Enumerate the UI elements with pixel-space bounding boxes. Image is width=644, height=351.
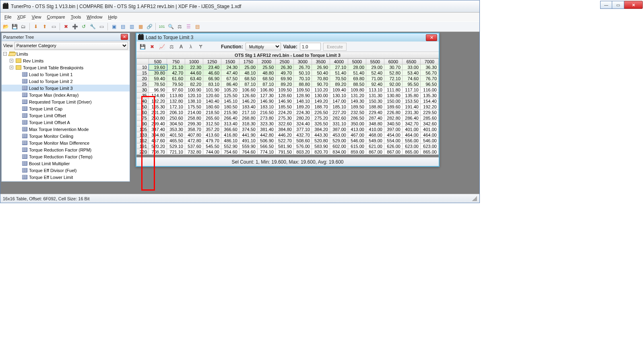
table-icon[interactable]: ▦ <box>137 23 144 30</box>
cell[interactable]: 132.80 <box>167 98 185 104</box>
cell[interactable]: 26.90 <box>312 64 330 70</box>
cell[interactable]: 89.20 <box>330 81 348 87</box>
cell[interactable]: 446.20 <box>276 132 294 138</box>
row-header[interactable]: 20 <box>137 76 149 81</box>
cell[interactable]: 66.90 <box>203 76 221 81</box>
tree-node[interactable]: −Limits <box>2 50 130 57</box>
cell[interactable]: 791.50 <box>276 149 294 155</box>
cell[interactable]: 69.80 <box>348 76 366 81</box>
cell[interactable]: 39.80 <box>149 70 167 76</box>
cell[interactable]: 304.50 <box>167 121 185 127</box>
cell[interactable]: 154.40 <box>421 98 439 104</box>
cell[interactable]: 109.80 <box>348 87 366 93</box>
cell[interactable]: 148.10 <box>294 98 312 104</box>
cell[interactable]: 576.00 <box>294 143 312 149</box>
tile-horiz-icon[interactable]: ▤ <box>119 23 126 30</box>
gamma-icon[interactable]: Ɏ <box>197 43 204 50</box>
cell[interactable]: 326.50 <box>312 121 330 127</box>
cell[interactable]: 23.40 <box>203 64 221 70</box>
menu-tools[interactable]: Tools <box>68 14 84 20</box>
cell[interactable]: 250.60 <box>167 115 185 121</box>
cell[interactable]: 286.50 <box>348 115 366 121</box>
cell[interactable]: 106.80 <box>258 87 276 93</box>
cell[interactable]: 218.50 <box>203 110 221 115</box>
menu-help[interactable]: Help <box>106 14 120 20</box>
cell[interactable]: 416.80 <box>221 132 239 138</box>
cell[interactable]: 72.10 <box>384 76 402 81</box>
cell[interactable]: 387.00 <box>330 127 348 132</box>
row-header[interactable]: 35 <box>137 93 149 98</box>
cell[interactable]: 348.80 <box>366 121 384 127</box>
cell[interactable]: 834.00 <box>330 149 348 155</box>
menu-xdf[interactable]: XDF <box>15 14 29 20</box>
cell[interactable]: 117.10 <box>402 87 421 93</box>
cell[interactable]: 26.70 <box>294 64 312 70</box>
cell[interactable]: 820.70 <box>312 149 330 155</box>
row-header[interactable]: 105 <box>137 127 149 132</box>
cell[interactable]: 88.50 <box>348 81 366 87</box>
cell[interactable]: 282.80 <box>384 115 402 121</box>
cell[interactable]: 529.00 <box>330 138 348 143</box>
cell[interactable]: 183.10 <box>258 104 276 110</box>
cell[interactable]: 464.00 <box>421 132 439 138</box>
cell[interactable]: 82.20 <box>185 81 203 87</box>
cell[interactable]: 546.00 <box>348 138 366 143</box>
cell[interactable]: 109.40 <box>330 87 348 93</box>
cell[interactable]: 744.00 <box>203 149 221 155</box>
col-header[interactable]: 2000 <box>258 59 276 64</box>
cell[interactable]: 623.00 <box>402 143 421 149</box>
cell[interactable]: 50.40 <box>312 70 330 76</box>
calc-icon[interactable]: ▤ <box>194 23 201 30</box>
cell[interactable]: 556.00 <box>402 138 421 143</box>
cell[interactable]: 366.60 <box>221 127 239 132</box>
cell[interactable]: 79.50 <box>167 81 185 87</box>
cell[interactable]: 149.20 <box>312 98 330 104</box>
cell[interactable]: 381.40 <box>258 127 276 132</box>
cell[interactable]: 50.10 <box>294 70 312 76</box>
col-header[interactable]: 750 <box>167 59 185 64</box>
cell[interactable]: 353.30 <box>167 127 185 132</box>
cell[interactable]: 78.50 <box>149 81 167 87</box>
cell[interactable]: 407.80 <box>185 132 203 138</box>
row-header[interactable]: 10 <box>137 64 149 70</box>
col-header[interactable]: 7000 <box>421 59 439 64</box>
row-header[interactable]: 75 <box>137 115 149 121</box>
cell[interactable]: 106.60 <box>239 87 258 93</box>
cell[interactable]: 441.90 <box>239 132 258 138</box>
cell[interactable]: 322.60 <box>276 121 294 127</box>
cell[interactable]: 92.00 <box>384 81 402 87</box>
tree-node[interactable]: Torque Eff Divisor (Fuel) <box>2 167 130 174</box>
save-icon[interactable]: 💾 <box>11 23 18 30</box>
cell[interactable]: 96.50 <box>421 81 439 87</box>
cell[interactable]: 549.00 <box>366 138 384 143</box>
row-header[interactable]: 25 <box>137 81 149 87</box>
cell[interactable]: 227.20 <box>330 110 348 115</box>
cell[interactable]: 90.70 <box>312 81 330 87</box>
cell[interactable]: 21.10 <box>167 64 185 70</box>
cell[interactable]: 105.20 <box>221 87 239 93</box>
cell[interactable]: 183.40 <box>239 104 258 110</box>
cell[interactable]: 258.80 <box>185 115 203 121</box>
cell[interactable]: 280.20 <box>294 115 312 121</box>
cell[interactable]: 331.10 <box>330 121 348 127</box>
cell[interactable]: 28.00 <box>348 64 366 70</box>
cell[interactable]: 76.70 <box>421 76 439 81</box>
cell[interactable]: 454.00 <box>384 132 402 138</box>
col-header[interactable]: 5000 <box>348 59 366 64</box>
tree-node[interactable]: Torque Limit Offset <box>2 112 130 119</box>
cell[interactable]: 89.20 <box>276 81 294 87</box>
cell[interactable]: 465.50 <box>167 138 185 143</box>
cell[interactable]: 70.10 <box>294 76 312 81</box>
cell[interactable]: 206.10 <box>167 110 185 115</box>
cell[interactable]: 342.70 <box>402 121 421 127</box>
tree-node[interactable]: Boost Limit Multiplier <box>2 160 130 167</box>
cell[interactable]: 189.50 <box>348 104 366 110</box>
execute-button[interactable]: Execute <box>323 43 347 51</box>
cell[interactable]: 131.30 <box>366 93 384 98</box>
col-header[interactable]: 1750 <box>239 59 258 64</box>
cell[interactable]: 46.60 <box>203 70 221 76</box>
cell[interactable]: 520.80 <box>312 138 330 143</box>
cell[interactable]: 24.30 <box>221 64 239 70</box>
cell[interactable]: 479.70 <box>203 138 221 143</box>
cell[interactable]: 114.80 <box>149 93 167 98</box>
